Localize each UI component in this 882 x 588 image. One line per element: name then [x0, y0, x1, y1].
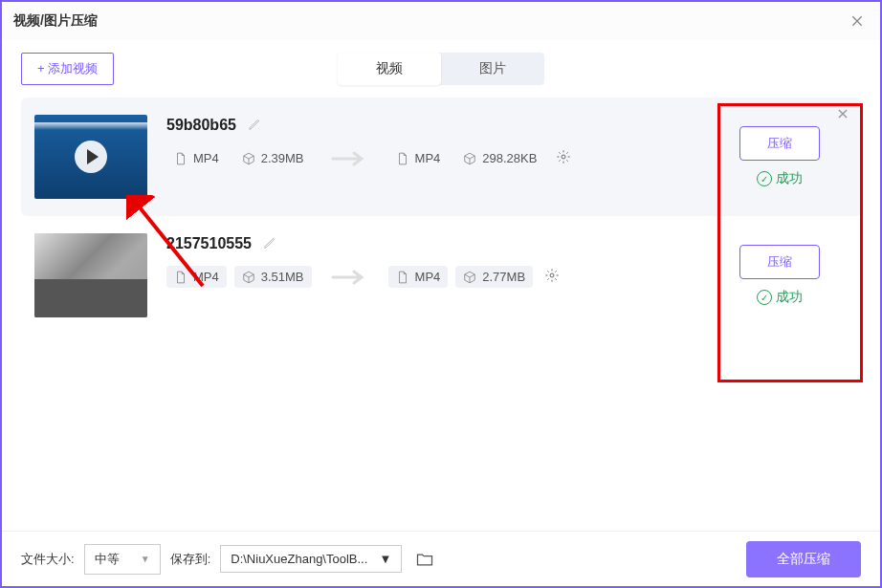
file-size-select[interactable]: 中等 ▼ [84, 544, 161, 575]
save-path-select[interactable]: D:\NiuXueZhang\ToolB... ▼ [220, 545, 402, 573]
window-close-button[interactable] [846, 10, 869, 33]
cube-icon [463, 152, 476, 165]
source-size: 3.51MB [234, 266, 312, 288]
file-icon [396, 271, 409, 284]
check-icon: ✓ [757, 171, 772, 186]
titlebar: 视频/图片压缩 [2, 2, 880, 40]
video-thumbnail[interactable] [34, 233, 147, 317]
compress-all-button[interactable]: 全部压缩 [746, 541, 861, 577]
cube-icon [242, 152, 255, 165]
close-icon [849, 13, 865, 29]
item-actions: 压缩 ✓ 成功 [717, 233, 842, 317]
close-icon [836, 107, 849, 120]
chevron-down-icon: ▼ [141, 554, 150, 564]
source-size: 2.39MB [234, 147, 312, 169]
play-icon [75, 141, 107, 173]
edit-name-button[interactable] [248, 118, 261, 134]
remove-item-button[interactable] [836, 107, 849, 124]
file-size-label: 文件大小: [21, 551, 75, 568]
source-format: MP4 [166, 266, 227, 288]
save-to-label: 保存到: [170, 551, 211, 568]
target-format: MP4 [388, 147, 449, 169]
file-icon [174, 271, 187, 284]
arrow-icon [331, 149, 369, 168]
target-size: 298.28KB [455, 147, 544, 169]
target-size: 2.77MB [455, 266, 533, 288]
status-success: ✓ 成功 [757, 170, 803, 187]
video-thumbnail[interactable] [34, 115, 147, 199]
file-icon [396, 152, 409, 165]
gear-icon [544, 268, 560, 283]
file-info: 59b80b65 MP4 2.39MB [166, 115, 717, 199]
check-icon: ✓ [757, 290, 772, 305]
toolbar: + 添加视频 视频 图片 [2, 40, 880, 98]
cube-icon [463, 271, 476, 284]
svg-point-0 [562, 155, 565, 159]
svg-point-1 [550, 273, 554, 277]
gear-icon [556, 149, 571, 164]
target-format: MP4 [388, 266, 449, 288]
settings-button[interactable] [556, 149, 571, 168]
file-name: 2157510555 [166, 235, 252, 252]
compress-button[interactable]: 压缩 [739, 245, 820, 279]
add-video-button[interactable]: + 添加视频 [21, 53, 114, 85]
footer: 文件大小: 中等 ▼ 保存到: D:\NiuXueZhang\ToolB... … [2, 531, 880, 586]
file-item: 2157510555 MP4 3.51MB [21, 216, 861, 335]
tab-image[interactable]: 图片 [441, 53, 544, 85]
browse-folder-button[interactable] [411, 546, 438, 573]
cube-icon [242, 271, 255, 284]
file-list: 59b80b65 MP4 2.39MB [2, 98, 880, 335]
file-icon [174, 152, 187, 165]
pencil-icon [248, 118, 261, 131]
file-item: 59b80b65 MP4 2.39MB [21, 98, 861, 216]
window-title: 视频/图片压缩 [13, 12, 98, 30]
arrow-icon [331, 268, 369, 287]
pencil-icon [263, 236, 276, 250]
settings-button[interactable] [544, 268, 560, 287]
source-format: MP4 [166, 147, 227, 169]
tabs: 视频 图片 [338, 53, 544, 85]
chevron-down-icon: ▼ [379, 552, 391, 566]
edit-name-button[interactable] [263, 236, 276, 252]
item-actions: 压缩 ✓ 成功 [717, 115, 842, 199]
file-name: 59b80b65 [166, 117, 236, 134]
status-success: ✓ 成功 [757, 289, 803, 306]
tab-video[interactable]: 视频 [338, 53, 441, 85]
compress-button[interactable]: 压缩 [739, 126, 820, 161]
file-info: 2157510555 MP4 3.51MB [166, 233, 717, 317]
folder-icon [415, 550, 434, 569]
